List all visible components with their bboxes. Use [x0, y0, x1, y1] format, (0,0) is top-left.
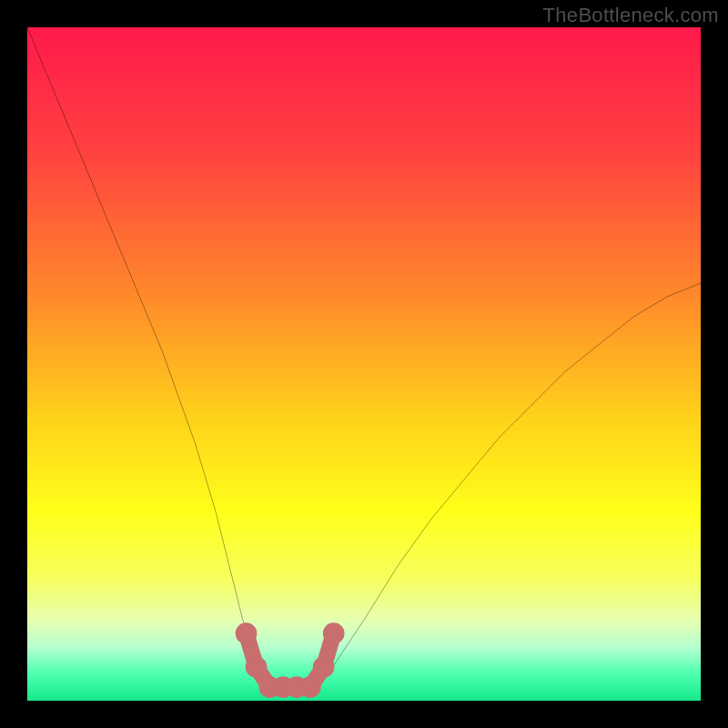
highlight-dot — [299, 676, 321, 698]
highlight-dot — [236, 622, 258, 644]
highlight-dot — [323, 622, 345, 644]
chart-frame: TheBottleneck.com — [0, 0, 728, 728]
highlight-dot — [313, 656, 335, 678]
bottleneck-curve — [27, 27, 701, 687]
highlight-dot — [246, 656, 268, 678]
watermark-text: TheBottleneck.com — [543, 4, 719, 27]
curve-svg — [27, 27, 701, 701]
plot-area — [27, 27, 701, 701]
